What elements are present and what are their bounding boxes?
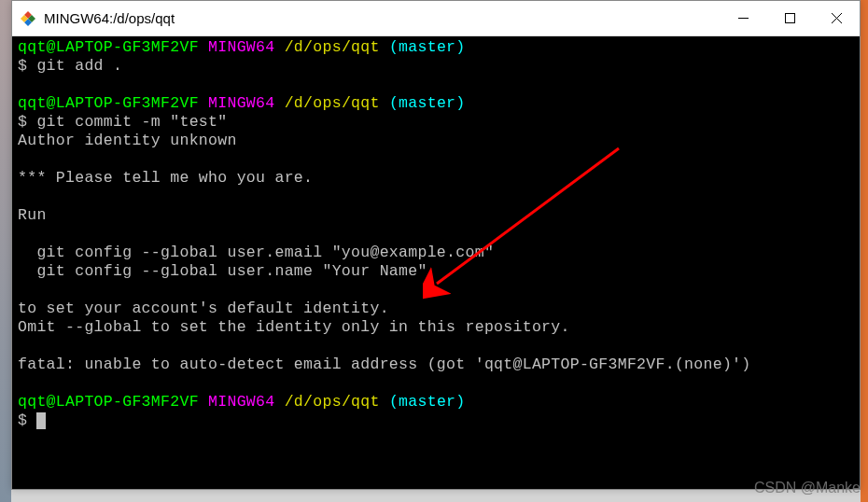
output-line: Omit --global to set the identity only i… [18, 318, 854, 337]
vertical-scrollbar[interactable] [847, 36, 860, 489]
output-line [18, 337, 854, 356]
command-text: git commit -m "test" [36, 113, 227, 131]
close-button[interactable] [813, 1, 860, 35]
maximize-button[interactable] [766, 1, 813, 35]
command-line: $ [18, 411, 854, 430]
minimize-button[interactable] [720, 1, 766, 35]
output-line [18, 374, 854, 393]
cwd-path: /d/ops/qqt [285, 393, 380, 411]
window-title: MINGW64:/d/ops/qqt [44, 10, 720, 26]
user-host: qqt@LAPTOP-GF3MF2VF [18, 38, 199, 56]
output-line: git config --global user.email "you@exam… [18, 244, 854, 262]
desktop-right-edge [861, 0, 868, 502]
output-line: Author identity unknown [18, 132, 854, 150]
desktop-left-edge [0, 0, 11, 502]
output-line [18, 188, 854, 206]
window-controls [720, 1, 860, 35]
titlebar[interactable]: MINGW64:/d/ops/qqt [12, 1, 860, 36]
prompt-line: qqt@LAPTOP-GF3MF2VF MINGW64 /d/ops/qqt (… [18, 38, 854, 57]
user-host: qqt@LAPTOP-GF3MF2VF [18, 393, 199, 411]
command-line: $ git add . [18, 57, 854, 76]
command-text: git add . [36, 57, 122, 75]
prompt-symbol: $ [18, 411, 27, 429]
output-line [18, 281, 854, 300]
output-line: to set your account's default identity. [18, 300, 854, 318]
output-line: fatal: unable to auto-detect email addre… [18, 356, 854, 374]
system-name: MINGW64 [208, 94, 274, 112]
system-name: MINGW64 [208, 38, 274, 56]
git-branch: (master) [389, 393, 466, 411]
output-line: *** Please tell me who you are. [18, 169, 854, 188]
cwd-path: /d/ops/qqt [285, 38, 380, 56]
system-name: MINGW64 [208, 393, 274, 411]
cursor [36, 412, 46, 429]
output-line: git config --global user.name "Your Name… [18, 262, 854, 281]
terminal-window: MINGW64:/d/ops/qqt qqt@LAPTOP-GF3MF2VF M… [11, 0, 861, 490]
git-branch: (master) [389, 38, 466, 56]
output-line [18, 150, 854, 169]
watermark-text: CSDN @Manke [754, 480, 861, 496]
output-line [18, 225, 854, 244]
prompt-line: qqt@LAPTOP-GF3MF2VF MINGW64 /d/ops/qqt (… [18, 94, 854, 113]
output-line: Run [18, 206, 854, 225]
prompt-symbol: $ [18, 57, 27, 75]
blank-line [18, 76, 854, 94]
command-line: $ git commit -m "test" [18, 113, 854, 132]
user-host: qqt@LAPTOP-GF3MF2VF [18, 94, 199, 112]
svg-rect-5 [785, 14, 794, 23]
prompt-line: qqt@LAPTOP-GF3MF2VF MINGW64 /d/ops/qqt (… [18, 393, 854, 411]
git-branch: (master) [389, 94, 466, 112]
terminal-body[interactable]: qqt@LAPTOP-GF3MF2VF MINGW64 /d/ops/qqt (… [12, 36, 860, 489]
cwd-path: /d/ops/qqt [285, 94, 380, 112]
app-icon [20, 10, 36, 27]
prompt-symbol: $ [18, 113, 27, 131]
